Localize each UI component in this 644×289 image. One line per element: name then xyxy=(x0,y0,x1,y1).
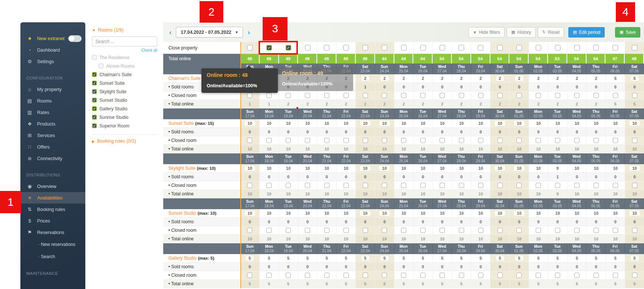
availability-cell[interactable]: 10 xyxy=(414,119,433,127)
availability-cell[interactable]: 5 xyxy=(625,254,644,262)
closed-room-checkbox[interactable] xyxy=(555,138,560,143)
closed-room-checkbox[interactable] xyxy=(382,273,387,278)
closed-room-checkbox[interactable] xyxy=(632,138,637,143)
sidebar-item-connectivity[interactable]: ⊚Connectivity xyxy=(20,153,85,164)
availability-cell[interactable]: 10 xyxy=(625,164,644,172)
availability-cell[interactable]: 10 xyxy=(394,119,414,127)
availability-cell[interactable]: 10 xyxy=(356,209,375,217)
room-filter-checkbox[interactable] xyxy=(92,81,97,85)
availability-cell[interactable]: 10 xyxy=(394,209,414,217)
close-property-checkbox[interactable] xyxy=(497,45,503,51)
sidebar-item-new-extranet[interactable]: ★New extranet xyxy=(20,33,85,44)
closed-room-checkbox[interactable] xyxy=(516,273,522,278)
availability-cell[interactable]: 10 xyxy=(394,164,414,172)
new-extranet-toggle[interactable] xyxy=(68,35,82,42)
room-filter-checkbox[interactable] xyxy=(92,72,97,77)
closed-room-checkbox[interactable] xyxy=(478,228,483,233)
availability-cell[interactable]: 10 xyxy=(317,209,336,217)
availability-cell[interactable]: 2 xyxy=(471,74,490,82)
availability-cell[interactable]: 10 xyxy=(510,209,529,217)
closed-room-checkbox[interactable] xyxy=(324,228,329,233)
closed-room-checkbox[interactable] xyxy=(305,273,310,278)
availability-cell[interactable]: 2 xyxy=(529,74,548,82)
availability-cell[interactable]: 10 xyxy=(336,209,356,217)
availability-cell[interactable]: 2 xyxy=(452,74,471,82)
closed-room-checkbox[interactable] xyxy=(536,138,541,143)
sidebar-item-prices[interactable]: $Prices xyxy=(20,215,85,227)
closed-room-checkbox[interactable] xyxy=(632,228,637,233)
close-property-checkbox[interactable] xyxy=(362,45,368,51)
closed-room-checkbox[interactable] xyxy=(594,138,599,143)
availability-cell[interactable]: 10 xyxy=(279,209,298,217)
closed-room-checkbox[interactable] xyxy=(555,228,560,233)
close-property-checkbox[interactable] xyxy=(516,45,522,51)
closed-room-checkbox[interactable] xyxy=(401,93,406,98)
closed-room-checkbox[interactable] xyxy=(440,183,445,188)
room-filter-checkbox[interactable] xyxy=(92,55,97,60)
availability-cell[interactable]: 10 xyxy=(414,164,433,172)
availability-cell[interactable]: 2 xyxy=(414,74,433,82)
room-filter-checkbox[interactable] xyxy=(92,106,97,111)
closed-room-checkbox[interactable] xyxy=(382,93,387,98)
availability-cell[interactable]: 10 xyxy=(625,119,644,127)
availability-cell[interactable]: 10 xyxy=(490,209,510,217)
availability-cell[interactable]: 5 xyxy=(490,254,510,262)
closed-room-checkbox[interactable] xyxy=(363,273,368,278)
rooms-search-input[interactable] xyxy=(92,36,157,46)
availability-cell[interactable]: 10 xyxy=(298,209,318,217)
edit-period-button[interactable]: ▤ Edit period xyxy=(568,27,605,38)
closed-room-checkbox[interactable] xyxy=(440,273,445,278)
room-filter-alcove-rooms[interactable]: Alcove Rooms xyxy=(92,62,157,70)
availability-cell[interactable]: 10 xyxy=(260,209,279,217)
availability-cell[interactable]: 10 xyxy=(586,119,606,127)
closed-room-checkbox[interactable] xyxy=(574,138,579,143)
availability-cell[interactable]: 10 xyxy=(452,119,471,127)
availability-cell[interactable]: 5 xyxy=(568,254,587,262)
sidebar-item-rates[interactable]: ▥Rates xyxy=(20,107,85,118)
availability-cell[interactable]: 10 xyxy=(240,209,260,217)
availability-cell[interactable]: 10 xyxy=(510,164,529,172)
availability-cell[interactable]: 5 xyxy=(240,254,260,262)
closed-room-checkbox[interactable] xyxy=(536,93,541,98)
availability-cell[interactable]: 5 xyxy=(529,254,548,262)
availability-cell[interactable]: 10 xyxy=(586,209,606,217)
availability-cell[interactable]: 10 xyxy=(356,164,375,172)
room-filter-checkbox[interactable] xyxy=(92,89,97,94)
close-property-checkbox[interactable] xyxy=(324,45,329,51)
closed-room-checkbox[interactable] xyxy=(459,93,464,98)
availability-cell[interactable]: 5 xyxy=(375,254,394,262)
availability-cell[interactable]: 10 xyxy=(490,164,510,172)
availability-cell[interactable]: 10 xyxy=(433,119,452,127)
close-property-checkbox[interactable] xyxy=(555,45,561,51)
room-filter-gallery-studio[interactable]: Gallery Studio xyxy=(92,104,157,113)
availability-cell[interactable]: 5 xyxy=(452,254,471,262)
save-button[interactable]: ▣ Save xyxy=(615,27,640,38)
closed-room-checkbox[interactable] xyxy=(247,183,252,188)
availability-cell[interactable]: 5 xyxy=(586,254,606,262)
closed-room-checkbox[interactable] xyxy=(478,183,483,188)
closed-room-checkbox[interactable] xyxy=(516,183,522,188)
sidebar-item-reservations[interactable]: ⚑Reservations xyxy=(20,227,85,238)
availability-cell[interactable]: 2 xyxy=(356,74,375,82)
close-property-checkbox[interactable] xyxy=(382,45,387,51)
room-filter-checkbox[interactable] xyxy=(99,64,104,68)
closed-room-checkbox[interactable] xyxy=(516,138,522,143)
closed-room-checkbox[interactable] xyxy=(401,228,406,233)
closed-room-checkbox[interactable] xyxy=(344,273,349,278)
closed-room-checkbox[interactable] xyxy=(420,273,426,278)
sidebar-item-search[interactable]: · Search xyxy=(20,250,85,263)
closed-room-checkbox[interactable] xyxy=(574,183,579,188)
closed-room-checkbox[interactable] xyxy=(363,228,368,233)
closed-room-checkbox[interactable] xyxy=(286,93,291,98)
close-property-checkbox[interactable] xyxy=(632,45,637,51)
availability-cell[interactable]: 2 xyxy=(375,74,394,82)
availability-cell[interactable]: 10 xyxy=(433,164,452,172)
close-property-checkbox[interactable] xyxy=(401,45,407,51)
availability-cell[interactable]: 10 xyxy=(606,119,625,127)
closed-room-checkbox[interactable] xyxy=(344,183,349,188)
closed-room-checkbox[interactable] xyxy=(344,138,349,143)
room-filter-sunrise-studio[interactable]: Sunrise Studio xyxy=(92,113,157,121)
closed-room-checkbox[interactable] xyxy=(420,228,426,233)
closed-room-checkbox[interactable] xyxy=(574,93,579,98)
availability-cell[interactable]: 5 xyxy=(471,254,490,262)
